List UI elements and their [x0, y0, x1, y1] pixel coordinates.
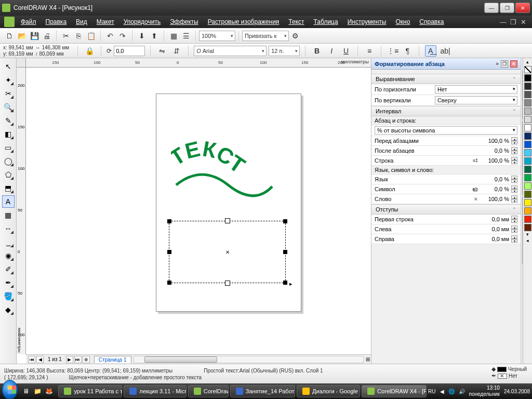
palette-down-button[interactable]: ▾ [526, 232, 529, 238]
ellipse-tool[interactable]: ◯ [2, 155, 15, 167]
palette-flyout-button[interactable]: ◂ [526, 238, 529, 244]
menu-edit[interactable]: Правка [46, 18, 67, 25]
swatch-gray90[interactable] [524, 83, 531, 90]
snap-combo[interactable]: Привязать к [242, 31, 289, 41]
next-page-button[interactable]: ▶ [66, 356, 73, 363]
task-item[interactable]: лекция 3.11 - Micro... [124, 385, 187, 397]
mdi-restore-button[interactable]: ❐ [510, 18, 517, 25]
close-button[interactable]: ✕ [515, 3, 530, 13]
menu-tools[interactable]: Инструменты [348, 18, 387, 25]
swatch-lime[interactable] [524, 182, 531, 190]
bold-button[interactable]: B [311, 45, 323, 57]
menu-bitmaps[interactable]: Растровые изображения [208, 18, 280, 25]
after-value[interactable]: 0,0 % [480, 148, 511, 154]
fill-swatch[interactable] [497, 367, 507, 372]
first-indent-spinner[interactable]: ▴▾ [511, 216, 517, 223]
menu-text[interactable]: Текст [288, 18, 304, 25]
left-indent-spinner[interactable]: ▴▾ [511, 225, 517, 233]
ql-browser[interactable]: 🦊 [44, 386, 54, 396]
menu-view[interactable]: Вид [76, 18, 87, 25]
connector-tool[interactable]: ⎯ [2, 236, 15, 248]
shape-tool[interactable]: ✦ [2, 74, 15, 86]
swatch-gray70[interactable] [524, 91, 531, 98]
options-button[interactable]: ⚙ [289, 30, 301, 42]
char-spinner[interactable]: ▴▾ [511, 185, 517, 193]
text-tool[interactable]: A [2, 195, 15, 208]
zoom-tool[interactable]: 🔍 [2, 101, 15, 113]
section-alignment[interactable]: Выравнивание⌃ [371, 74, 521, 84]
handle-tr[interactable] [283, 219, 287, 223]
docker-collapse-icon[interactable]: » [496, 60, 499, 68]
swatch-none[interactable] [524, 66, 531, 73]
open-button[interactable]: 📂 [16, 30, 28, 42]
tray-icon[interactable]: ◀ [440, 389, 444, 394]
handle-bm[interactable] [225, 281, 230, 286]
font-size-combo[interactable]: 12 п. [269, 46, 300, 56]
menu-effects[interactable]: Эффекты [170, 18, 198, 25]
swatch-yellow[interactable] [524, 199, 531, 206]
mdi-minimize-button[interactable]: — [500, 18, 507, 25]
word-spinner[interactable]: ▴▾ [511, 195, 517, 203]
export-button[interactable]: ⬆ [149, 30, 160, 42]
basic-shapes-tool[interactable]: ⬒ [2, 182, 15, 194]
underline-button[interactable]: U [340, 45, 352, 57]
app-launcher-button[interactable]: ▦ [168, 30, 179, 42]
new-button[interactable]: 🗋 [4, 30, 15, 42]
task-item[interactable]: Диалоги - Google C... [297, 385, 360, 397]
docker-close-button[interactable]: ✕ [510, 60, 517, 68]
before-spinner[interactable]: ▴▾ [511, 137, 517, 144]
task-item[interactable]: Занятие_14 Работа ... [230, 385, 295, 397]
menu-help[interactable]: Справка [419, 18, 444, 25]
edit-text-button[interactable]: ab| [440, 45, 451, 57]
swatch-blue[interactable] [524, 141, 531, 148]
swatch-brown[interactable] [524, 224, 531, 231]
handle-mr[interactable] [283, 250, 287, 254]
import-button[interactable]: ⬇ [136, 30, 148, 42]
pick-tool[interactable]: ↖ [2, 60, 15, 73]
hscroll-thumb[interactable] [144, 356, 217, 363]
menu-arrange[interactable]: Упорядочить [124, 18, 161, 25]
prev-page-button[interactable]: ◀ [36, 356, 44, 363]
artistic-text[interactable]: ТЕКСТ [171, 141, 275, 205]
print-button[interactable]: 🖨 [41, 30, 52, 42]
fill-tool[interactable]: 🪣 [2, 290, 15, 302]
swatch-green[interactable] [524, 174, 531, 181]
welcome-button[interactable]: ☰ [180, 30, 192, 42]
handle-br[interactable] [283, 281, 287, 285]
menu-file[interactable]: Файл [21, 18, 36, 25]
spacing-mode-combo[interactable]: % от высоты символа [375, 126, 517, 135]
handle-tm[interactable] [225, 218, 230, 223]
save-button[interactable]: 💾 [29, 30, 40, 42]
before-value[interactable]: 100,0 % [480, 138, 511, 144]
maximize-button[interactable]: ❐ [500, 3, 514, 13]
after-spinner[interactable]: ▴▾ [511, 147, 517, 154]
swatch-white[interactable] [524, 124, 531, 131]
right-indent-value[interactable]: 0,0 мм [480, 236, 511, 242]
align-button[interactable]: ≡ [364, 45, 375, 57]
add-page-button[interactable]: ⊕ [83, 356, 90, 363]
swatch-darkgreen[interactable] [524, 166, 531, 173]
rectangle-tool[interactable]: ▭ [2, 141, 15, 154]
redo-button[interactable]: ↷ [117, 30, 128, 42]
right-indent-spinner[interactable]: ▴▾ [511, 235, 517, 243]
task-item-active[interactable]: CorelDRAW X4 - [Ри... [362, 385, 427, 397]
drawing-canvas[interactable]: ТЕКСТ ✕ ▸ [26, 68, 371, 354]
bullets-button[interactable]: ⋮≡ [387, 45, 398, 57]
navigator-button[interactable]: ⊞ [366, 356, 370, 362]
text-frame-selection[interactable]: ✕ ▸ [169, 221, 286, 283]
page-tab-1[interactable]: Страница 1 [94, 356, 131, 363]
undo-button[interactable]: ↶ [104, 30, 116, 42]
language-indicator[interactable]: RU [428, 389, 435, 394]
char-format-button[interactable]: A͟ [425, 45, 436, 57]
swatch-red[interactable] [524, 216, 531, 223]
paste-button[interactable]: 📋 [85, 30, 97, 42]
tray-volume-icon[interactable]: 🔊 [459, 389, 465, 394]
cut-button[interactable]: ✂ [60, 30, 72, 42]
swatch-orange[interactable] [524, 207, 531, 215]
section-indents[interactable]: Отступы⌃ [371, 204, 521, 215]
palette-up-button[interactable]: ▴ [526, 59, 529, 65]
char-value[interactable]: 0,0 % [480, 186, 511, 192]
left-indent-value[interactable]: 0,0 мм [480, 226, 511, 232]
ruler-origin[interactable] [17, 58, 26, 68]
swatch-gray50[interactable] [524, 99, 531, 107]
